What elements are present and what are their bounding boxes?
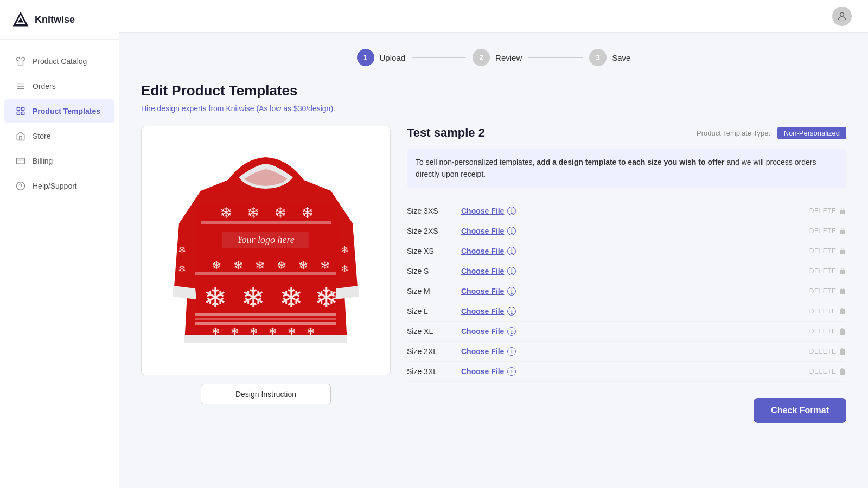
- template-layout: ❄ ❄ ❄ ❄ Your logo here ❄ ❄: [141, 126, 846, 423]
- info-circle-icon[interactable]: i: [507, 327, 516, 336]
- sidebar-item-product-templates[interactable]: Product Templates: [4, 99, 114, 123]
- sizes-table: Size 3XS Choose File i DELETE 🗑 Size 2XS…: [407, 201, 846, 382]
- user-avatar-button[interactable]: [832, 7, 852, 26]
- delete-button[interactable]: DELETE 🗑: [809, 367, 846, 376]
- svg-text:❄: ❄: [341, 264, 349, 274]
- size-label: Size 2XL: [407, 347, 461, 356]
- svg-point-12: [17, 182, 25, 190]
- info-circle-icon[interactable]: i: [507, 347, 516, 356]
- product-name: Test sample 2: [407, 126, 485, 140]
- sidebar-item-billing[interactable]: Billing: [4, 149, 114, 173]
- svg-point-14: [840, 12, 844, 16]
- delete-button[interactable]: DELETE 🗑: [809, 327, 846, 336]
- product-type-label: Product Template Type:: [697, 129, 770, 137]
- check-format-button[interactable]: Check Format: [754, 398, 846, 423]
- sidebar-item-label: Help/Support: [33, 182, 77, 190]
- choose-file-link[interactable]: Choose File i: [461, 327, 516, 336]
- svg-rect-28: [195, 272, 336, 275]
- info-box: To sell non-personalized templates, add …: [407, 149, 846, 188]
- table-row: Size 2XS Choose File i DELETE 🗑: [407, 221, 846, 241]
- choose-file-link[interactable]: Choose File i: [461, 367, 516, 376]
- sidebar-item-help-support[interactable]: Help/Support: [4, 174, 114, 198]
- table-row: Size M Choose File i DELETE 🗑: [407, 281, 846, 301]
- svg-rect-19: [201, 221, 331, 224]
- info-circle-icon[interactable]: i: [507, 247, 516, 255]
- choose-file-text: Choose File: [461, 227, 504, 235]
- info-circle-icon[interactable]: i: [507, 227, 516, 235]
- svg-rect-33: [195, 313, 336, 316]
- step-line-2: [528, 57, 583, 58]
- sidebar-item-orders[interactable]: Orders: [4, 74, 114, 98]
- svg-text:❄: ❄: [231, 326, 239, 337]
- svg-text:❄: ❄: [250, 326, 258, 337]
- logo-text: Knitwise: [35, 14, 75, 25]
- info-circle-icon[interactable]: i: [507, 287, 516, 296]
- hire-link[interactable]: Hire design experts from Knitwise (As lo…: [141, 104, 335, 113]
- svg-rect-10: [17, 158, 25, 164]
- size-label: Size L: [407, 307, 461, 316]
- step-3-label: Save: [612, 53, 630, 62]
- trash-icon: 🗑: [839, 227, 847, 235]
- topbar: [119, 0, 868, 33]
- svg-text:❄: ❄: [212, 259, 221, 272]
- shirt-icon: [15, 56, 26, 67]
- svg-rect-6: [17, 107, 20, 110]
- delete-button[interactable]: DELETE 🗑: [809, 207, 846, 215]
- step-3: 3 Save: [589, 49, 630, 66]
- sidebar-item-label: Product Catalog: [33, 57, 87, 66]
- svg-text:❄: ❄: [255, 259, 265, 272]
- step-1-circle: 1: [357, 49, 374, 66]
- table-row: Size XL Choose File i DELETE 🗑: [407, 322, 846, 342]
- choose-file-link[interactable]: Choose File i: [461, 347, 516, 356]
- svg-rect-9: [22, 112, 24, 115]
- svg-text:❄: ❄: [220, 204, 232, 221]
- bottom-actions: Check Format: [407, 398, 846, 423]
- choose-file-text: Choose File: [461, 247, 504, 255]
- delete-label: DELETE: [809, 247, 837, 255]
- delete-button[interactable]: DELETE 🗑: [809, 347, 846, 356]
- svg-text:❄: ❄: [247, 204, 259, 221]
- step-1-label: Upload: [380, 53, 406, 62]
- delete-button[interactable]: DELETE 🗑: [809, 227, 846, 235]
- sidebar-item-product-catalog[interactable]: Product Catalog: [4, 49, 114, 73]
- size-label: Size 3XS: [407, 207, 461, 215]
- trash-icon: 🗑: [839, 307, 847, 316]
- delete-button[interactable]: DELETE 🗑: [809, 267, 846, 275]
- sidebar-item-label: Product Templates: [33, 107, 100, 115]
- sidebar: Knitwise Product Catalog Orders: [0, 0, 119, 488]
- svg-text:❄: ❄: [274, 204, 286, 221]
- svg-text:❄: ❄: [298, 259, 308, 272]
- design-instruction-button[interactable]: Design Instruction: [201, 384, 331, 404]
- choose-file-link[interactable]: Choose File i: [461, 267, 516, 275]
- choose-file-link[interactable]: Choose File i: [461, 247, 516, 255]
- page-content: 1 Upload 2 Review 3 Save Edit Product Te…: [119, 33, 868, 488]
- info-circle-icon[interactable]: i: [507, 307, 516, 316]
- choose-file-link[interactable]: Choose File i: [461, 227, 516, 235]
- sidebar-item-label: Store: [33, 132, 50, 140]
- trash-icon: 🗑: [839, 327, 847, 336]
- info-circle-icon[interactable]: i: [507, 367, 516, 376]
- logo: Knitwise: [0, 0, 119, 40]
- choose-file-link[interactable]: Choose File i: [461, 307, 516, 316]
- sweater-image: ❄ ❄ ❄ ❄ Your logo here ❄ ❄: [168, 137, 363, 364]
- sidebar-item-store[interactable]: Store: [4, 124, 114, 148]
- page-title: Edit Product Templates: [141, 82, 846, 99]
- left-panel: ❄ ❄ ❄ ❄ Your logo here ❄ ❄: [141, 126, 391, 404]
- delete-button[interactable]: DELETE 🗑: [809, 247, 846, 255]
- choose-file-link[interactable]: Choose File i: [461, 207, 516, 215]
- choose-file-link[interactable]: Choose File i: [461, 287, 516, 296]
- svg-rect-34: [195, 318, 336, 320]
- delete-button[interactable]: DELETE 🗑: [809, 287, 846, 296]
- size-label: Size M: [407, 287, 461, 296]
- svg-text:❄: ❄: [288, 326, 296, 337]
- svg-text:❄: ❄: [233, 259, 243, 272]
- billing-icon: [15, 156, 26, 166]
- step-2-circle: 2: [473, 49, 490, 66]
- svg-rect-8: [17, 112, 20, 115]
- delete-button[interactable]: DELETE 🗑: [809, 307, 846, 316]
- store-icon: [15, 131, 26, 142]
- product-image-box: ❄ ❄ ❄ ❄ Your logo here ❄ ❄: [141, 126, 391, 375]
- sidebar-item-label: Billing: [33, 157, 53, 165]
- info-circle-icon[interactable]: i: [507, 207, 516, 215]
- info-circle-icon[interactable]: i: [507, 267, 516, 275]
